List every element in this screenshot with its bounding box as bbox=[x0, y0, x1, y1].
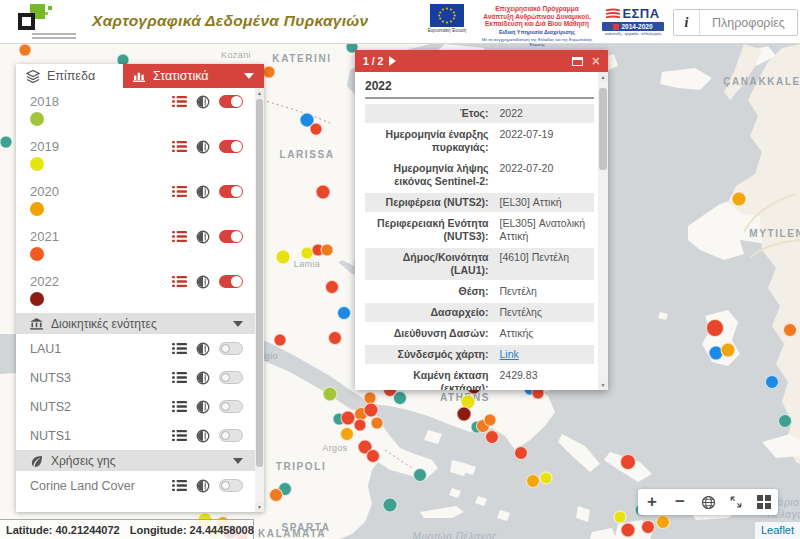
fire-dot[interactable] bbox=[340, 427, 354, 441]
fire-dot[interactable] bbox=[765, 375, 779, 389]
fire-dot[interactable] bbox=[706, 319, 724, 337]
opacity-icon[interactable] bbox=[196, 342, 210, 356]
fire-dot[interactable] bbox=[514, 446, 528, 460]
map-link[interactable]: Link bbox=[500, 348, 519, 360]
fire-dot[interactable] bbox=[276, 250, 291, 265]
fire-dot[interactable] bbox=[485, 430, 499, 444]
opacity-icon[interactable] bbox=[196, 230, 210, 244]
leaflet-attribution[interactable]: Leaflet bbox=[755, 522, 800, 539]
tab-layers[interactable]: Επίπεδα bbox=[16, 64, 123, 88]
opacity-icon[interactable] bbox=[196, 371, 210, 385]
fire-dot[interactable] bbox=[614, 511, 627, 524]
grid-layers-button[interactable] bbox=[750, 489, 778, 515]
zoom-in-button[interactable]: + bbox=[638, 489, 666, 515]
chevron-down-icon bbox=[233, 458, 243, 464]
section-landuse[interactable]: Χρήσεις γης bbox=[16, 450, 255, 471]
layer-toggle[interactable] bbox=[219, 371, 243, 384]
fire-dot[interactable] bbox=[620, 454, 636, 470]
fire-dot[interactable] bbox=[19, 44, 32, 57]
opacity-icon[interactable] bbox=[196, 140, 210, 154]
layer-toggle[interactable] bbox=[219, 230, 243, 243]
opacity-icon[interactable] bbox=[196, 400, 210, 414]
scrollbar-thumb[interactable] bbox=[599, 88, 607, 170]
fire-dot[interactable] bbox=[316, 185, 331, 200]
maximize-icon[interactable] bbox=[572, 57, 583, 66]
legend-list-icon[interactable] bbox=[172, 275, 187, 288]
globe-button[interactable] bbox=[694, 489, 722, 515]
layer-toggle[interactable] bbox=[219, 479, 243, 492]
legend-list-icon[interactable] bbox=[172, 140, 187, 153]
fire-dot[interactable] bbox=[328, 331, 342, 345]
legend-list-icon[interactable] bbox=[172, 479, 187, 492]
fire-dot[interactable] bbox=[269, 488, 283, 502]
legend-list-icon[interactable] bbox=[172, 95, 187, 108]
layer-toggle[interactable] bbox=[219, 429, 243, 442]
scrollbar-thumb[interactable] bbox=[256, 99, 263, 467]
sidebar-scrollbar[interactable]: ▲ ▼ bbox=[255, 88, 264, 512]
layer-toggle[interactable] bbox=[219, 185, 243, 198]
layer-toggle[interactable] bbox=[219, 400, 243, 413]
fire-dot[interactable] bbox=[656, 515, 670, 529]
field-label: Έτος: bbox=[365, 104, 496, 123]
scroll-up-icon[interactable]: ▲ bbox=[598, 72, 608, 82]
fire-dot[interactable] bbox=[323, 387, 338, 402]
layer-toggle[interactable] bbox=[219, 275, 243, 288]
fire-dot[interactable] bbox=[383, 498, 398, 513]
legend-list-icon[interactable] bbox=[172, 342, 187, 355]
fire-dot[interactable] bbox=[540, 472, 553, 485]
layer-toggle[interactable] bbox=[219, 342, 243, 355]
legend-list-icon[interactable] bbox=[172, 371, 187, 384]
fire-dot[interactable] bbox=[354, 419, 367, 432]
programme-cofinance: Με τη συγχρηματοδότηση της Ελλάδας και τ… bbox=[478, 37, 596, 47]
fire-dot[interactable] bbox=[371, 417, 384, 430]
scroll-down-icon[interactable]: ▼ bbox=[598, 380, 608, 390]
tab-statistics[interactable]: Στατιστικά bbox=[123, 64, 264, 88]
fire-dot[interactable] bbox=[366, 449, 380, 463]
scroll-up-icon[interactable]: ▲ bbox=[255, 88, 264, 98]
fire-dot[interactable] bbox=[0, 136, 13, 149]
chart-icon bbox=[133, 70, 146, 82]
opacity-icon[interactable] bbox=[196, 95, 210, 109]
fire-dot[interactable] bbox=[457, 407, 472, 422]
layer-toggle[interactable] bbox=[219, 140, 243, 153]
opacity-icon[interactable] bbox=[196, 429, 210, 443]
layer-label: LAU1 bbox=[30, 342, 61, 356]
fire-dot[interactable] bbox=[721, 343, 736, 358]
fire-dot[interactable] bbox=[364, 403, 379, 418]
fire-dot[interactable] bbox=[783, 323, 797, 337]
section-admin-units[interactable]: Διοικητικές ενότητες bbox=[16, 313, 255, 334]
field-label: Ημερομηνία λήψης εικόνας Sentinel-2: bbox=[365, 159, 496, 191]
zoom-out-button[interactable]: − bbox=[666, 489, 694, 515]
fire-dot[interactable] bbox=[263, 66, 276, 79]
opacity-icon[interactable] bbox=[196, 185, 210, 199]
fire-dot[interactable] bbox=[621, 523, 636, 538]
fire-dot[interactable] bbox=[325, 280, 339, 294]
opacity-icon[interactable] bbox=[196, 479, 210, 493]
fullscreen-button[interactable] bbox=[722, 489, 750, 515]
fire-dot[interactable] bbox=[321, 244, 334, 257]
close-icon[interactable]: × bbox=[592, 54, 600, 68]
fire-dot[interactable] bbox=[641, 520, 655, 534]
fire-dot[interactable] bbox=[413, 468, 427, 482]
scroll-down-icon[interactable]: ▼ bbox=[255, 502, 264, 512]
layer-color-dot bbox=[30, 247, 44, 261]
next-feature-icon[interactable] bbox=[389, 56, 396, 66]
fire-dot[interactable] bbox=[778, 414, 792, 428]
fire-dot[interactable] bbox=[393, 391, 407, 405]
fire-dot[interactable] bbox=[337, 306, 351, 320]
fire-dot[interactable] bbox=[310, 123, 323, 136]
legend-list-icon[interactable] bbox=[172, 230, 187, 243]
fire-dot[interactable] bbox=[274, 334, 287, 347]
popup-scrollbar[interactable]: ▲ ▼ bbox=[598, 72, 608, 390]
layer-label: Corine Land Cover bbox=[30, 479, 135, 493]
opacity-icon[interactable] bbox=[196, 275, 210, 289]
legend-list-icon[interactable] bbox=[172, 429, 187, 442]
fire-dot[interactable] bbox=[732, 192, 747, 207]
info-button[interactable]: i Πληροφορίες bbox=[673, 9, 798, 36]
fire-dot[interactable] bbox=[484, 414, 497, 427]
layer-toggle[interactable] bbox=[219, 95, 243, 108]
legend-list-icon[interactable] bbox=[172, 185, 187, 198]
legend-list-icon[interactable] bbox=[172, 400, 187, 413]
programme-line: Ανάπτυξη Ανθρώπινου Δυναμικού, bbox=[478, 13, 596, 21]
fire-dot[interactable] bbox=[526, 474, 540, 488]
